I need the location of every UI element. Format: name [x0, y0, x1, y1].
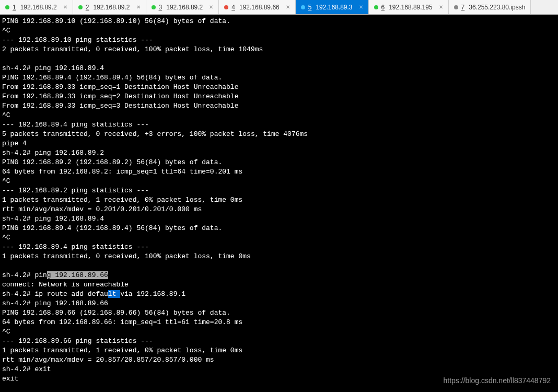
terminal-line: rtt min/avg/max/mdev = 0.201/0.201/0.201…	[2, 205, 202, 213]
tab-label: 36.255.223.80.ipssh	[469, 4, 525, 11]
tab-number: 7	[461, 4, 465, 11]
terminal-line: exit	[2, 375, 18, 383]
tab-number: 6	[381, 4, 385, 11]
terminal-line: sh-4.2# ping 192.168.89.66	[2, 299, 108, 307]
terminal-line: ^C	[2, 234, 10, 241]
tab-session-1[interactable]: 1192.168.89.2✕	[0, 0, 73, 14]
terminal-line: 2 packets transmitted, 0 received, 100% …	[2, 45, 263, 53]
tab-session-2[interactable]: 2192.168.89.2✕	[73, 0, 146, 14]
terminal-line: 64 bytes from 192.168.89.2: icmp_seq=1 t…	[2, 168, 242, 176]
terminal-line: From 192.168.89.33 icmp_seq=1 Destinatio…	[2, 83, 238, 91]
tab-number: 3	[159, 4, 162, 11]
terminal-line: sh-4.2# ping 192.168.89.2	[2, 149, 104, 157]
tab-label: 192.168.89.3	[316, 4, 352, 11]
tab-label: 192.168.89.2	[166, 4, 203, 11]
tab-number: 5	[308, 4, 312, 11]
status-dot-icon	[224, 5, 228, 9]
terminal-line: --- 192.168.89.2 ping statistics ---	[2, 187, 149, 194]
tab-session-6[interactable]: 6192.168.89.195✕	[369, 0, 449, 14]
close-icon[interactable]: ✕	[63, 4, 67, 10]
tab-label: 192.168.89.2	[20, 4, 57, 11]
terminal-line: rtt min/avg/max/mdev = 20.857/20.857/20.…	[2, 356, 214, 364]
tab-session-3[interactable]: 3192.168.89.2✕	[146, 0, 219, 14]
selected-text: g 192.168.89.66	[47, 271, 108, 279]
terminal-line: --- 192.168.89.66 ping statistics ---	[2, 337, 153, 345]
terminal-output[interactable]: PING 192.168.89.10 (192.168.89.10) 56(84…	[0, 15, 558, 392]
terminal-line: connect: Network is unreachable	[2, 281, 129, 289]
terminal-line: ^C	[2, 177, 10, 185]
terminal-line: PING 192.168.89.4 (192.168.89.4) 56(84) …	[2, 224, 222, 232]
tab-number: 4	[231, 4, 235, 11]
tab-label: 192.168.89.66	[239, 4, 280, 11]
close-icon[interactable]: ✕	[359, 4, 363, 10]
terminal-line: 5 packets transmitted, 0 received, +3 er…	[2, 130, 308, 138]
terminal-line: PING 192.168.89.66 (192.168.89.66) 56(84…	[2, 309, 230, 317]
cursor-highlight: lt	[108, 290, 120, 298]
tab-number: 1	[13, 4, 16, 11]
terminal-line: sh-4.2# ping 192.168.89.66	[2, 271, 108, 279]
terminal-line: From 192.168.89.33 icmp_seq=2 Destinatio…	[2, 93, 238, 100]
terminal-line: --- 192.168.89.10 ping statistics ---	[2, 36, 153, 44]
status-dot-icon	[454, 5, 458, 9]
close-icon[interactable]: ✕	[136, 4, 141, 10]
terminal-line: ^C	[2, 328, 10, 336]
close-icon[interactable]: ✕	[209, 4, 213, 10]
close-icon[interactable]: ✕	[439, 4, 443, 10]
terminal-line: From 192.168.89.33 icmp_seq=3 Destinatio…	[2, 102, 238, 110]
terminal-line: --- 192.168.89.4 ping statistics ---	[2, 243, 149, 251]
terminal-line: 64 bytes from 192.168.89.66: icmp_seq=1 …	[2, 318, 242, 326]
tab-bar: 1192.168.89.2✕2192.168.89.2✕3192.168.89.…	[0, 0, 558, 15]
terminal-line: ^C	[2, 27, 10, 34]
tab-session-7[interactable]: 736.255.223.80.ipssh	[449, 0, 531, 14]
status-dot-icon	[78, 5, 83, 9]
terminal-line: 1 packets transmitted, 1 received, 0% pa…	[2, 347, 242, 354]
terminal-line: 1 packets transmitted, 0 received, 100% …	[2, 252, 251, 260]
terminal-line: sh-4.2# exit	[2, 365, 51, 373]
close-icon[interactable]: ✕	[286, 4, 290, 10]
terminal-line: sh-4.2# ping 192.168.89.4	[2, 215, 104, 223]
terminal-line: PING 192.168.89.10 (192.168.89.10) 56(84…	[2, 17, 230, 25]
terminal-line: sh-4.2# ping 192.168.89.4	[2, 64, 104, 72]
status-dot-icon	[5, 5, 9, 9]
status-dot-icon	[152, 5, 156, 9]
tab-number: 2	[86, 4, 89, 11]
terminal-line: --- 192.168.89.4 ping statistics ---	[2, 121, 149, 129]
tab-label: 192.168.89.195	[389, 4, 432, 11]
terminal-line: sh-4.2# ip route add default via 192.168…	[2, 290, 185, 298]
terminal-line: PING 192.168.89.4 (192.168.89.4) 56(84) …	[2, 74, 222, 82]
tab-session-5[interactable]: 5192.168.89.3✕	[296, 0, 369, 14]
terminal-line: pipe 4	[2, 140, 27, 147]
terminal-line: 1 packets transmitted, 1 received, 0% pa…	[2, 196, 242, 204]
tab-label: 192.168.89.2	[93, 4, 130, 11]
terminal-line: ^C	[2, 111, 10, 119]
terminal-line: PING 192.168.89.2 (192.168.89.2) 56(84) …	[2, 158, 222, 166]
status-dot-icon	[374, 5, 378, 9]
watermark-text: https://blog.csdn.net/ll837448792	[444, 376, 551, 385]
status-dot-icon	[301, 5, 305, 9]
tab-session-4[interactable]: 4192.168.89.66✕	[219, 0, 295, 14]
